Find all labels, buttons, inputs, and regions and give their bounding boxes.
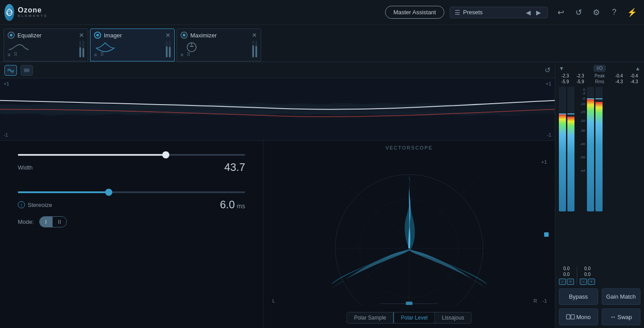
rms-label: Rms bbox=[592, 79, 608, 84]
io-badge: I/O bbox=[594, 65, 606, 72]
module-tab-equalizer[interactable]: Equalizer ✕ ≡ ⠿ bbox=[4, 28, 88, 61]
undo-button[interactable]: ↩ bbox=[553, 5, 568, 20]
right-trim-plus[interactable]: + bbox=[588, 279, 595, 285]
right-trim-col: 0.0 0.0 − + bbox=[580, 266, 595, 285]
svg-rect-15 bbox=[566, 315, 570, 319]
mode-label: Mode: bbox=[18, 219, 34, 225]
stereo-view-btn1[interactable] bbox=[4, 65, 17, 76]
controls-panel: Width 43.7 bbox=[0, 141, 263, 328]
left-meter-2-fill bbox=[567, 117, 574, 211]
maximizer-faders bbox=[252, 40, 257, 57]
top-bar: Ozone ELEMENTS Master Assistant ☰ Preset… bbox=[0, 0, 644, 25]
module-tab-maximizer[interactable]: Maximizer ✕ ≡ ⠿ bbox=[176, 28, 261, 61]
lightning-button[interactable]: ⚡ bbox=[624, 5, 640, 20]
left-meter-pair bbox=[559, 87, 574, 211]
bypass-button[interactable]: Bypass bbox=[559, 288, 598, 305]
imager-faders bbox=[166, 40, 171, 57]
swap-button[interactable]: ↔ Swap bbox=[602, 308, 641, 325]
imager-power-button[interactable] bbox=[94, 32, 101, 39]
right-trim-minus[interactable]: − bbox=[580, 279, 587, 285]
module-header-maximizer: Maximizer ✕ bbox=[180, 32, 257, 39]
meter-arrows-left: ▼ bbox=[559, 65, 564, 72]
app-subtitle: ELEMENTS bbox=[18, 14, 48, 18]
peak-vals-left: -2.3 -2.3 bbox=[559, 73, 592, 78]
meters-top-controls: ▼ I/O ▲ bbox=[559, 65, 640, 72]
eq-faders bbox=[79, 40, 84, 57]
vs-tab-polar-level[interactable]: Polar Level bbox=[393, 312, 435, 324]
stereo-refresh-button[interactable]: ↺ bbox=[545, 66, 550, 74]
module-header-imager: Imager ✕ bbox=[94, 32, 171, 39]
right-meter-1-fill bbox=[587, 99, 594, 211]
waveform-label-bottom-left: -1 bbox=[4, 132, 8, 138]
stereo-waveform: +1 +1 -1 -1 bbox=[0, 78, 555, 141]
width-slider-track[interactable] bbox=[18, 154, 245, 156]
presets-next-button[interactable]: ▶ bbox=[534, 9, 543, 16]
logo-area: Ozone ELEMENTS bbox=[4, 4, 40, 21]
stereoize-value: 6.0 bbox=[220, 198, 235, 211]
eq-close-button[interactable]: ✕ bbox=[79, 32, 84, 39]
gain-match-button[interactable]: Gain Match bbox=[602, 288, 641, 305]
eq-power-button[interactable] bbox=[8, 32, 15, 39]
right-meter-2-notch bbox=[595, 98, 603, 99]
right-peak-1: -0.4 bbox=[613, 73, 625, 78]
left-trim-plus[interactable]: + bbox=[567, 279, 574, 285]
width-label-row: Width 43.7 bbox=[18, 161, 245, 174]
maximizer-power-button[interactable] bbox=[180, 32, 188, 39]
module-tab-imager[interactable]: Imager ✕ ≡ ⠿ bbox=[90, 28, 175, 61]
fader-trim-row: 0.0 0.0 − + 0.0 0.0 − + bbox=[559, 266, 640, 285]
mode-btn-1[interactable]: I bbox=[40, 217, 52, 227]
peak-rms-header: -2.3 -2.3 Peak -0.4 -0.4 bbox=[559, 73, 640, 78]
mono-icon: Mono bbox=[566, 314, 591, 320]
stereoize-slider-track[interactable] bbox=[18, 191, 245, 193]
left-trim-val-2: 0.0 bbox=[563, 272, 570, 277]
mode-btn-2[interactable]: II bbox=[53, 217, 66, 227]
rms-vals-left: -5.9 -5.9 bbox=[559, 79, 592, 84]
meter-up-arrow[interactable]: ▲ bbox=[635, 65, 640, 72]
master-assistant-button[interactable]: Master Assistant bbox=[385, 6, 444, 19]
right-meters-panel: ▼ I/O ▲ -2.3 -2.3 Peak -0.4 -0.4 bbox=[555, 62, 644, 328]
waveform-label-top-left: +1 bbox=[4, 81, 9, 86]
right-meter-1-notch bbox=[587, 98, 594, 99]
maximizer-close-button[interactable]: ✕ bbox=[252, 32, 257, 39]
left-trim-buttons: − + bbox=[559, 279, 574, 285]
bottom-buttons: Bypass Gain Match Mono bbox=[559, 285, 640, 325]
left-meter-2 bbox=[567, 87, 574, 211]
eq-name: Equalizer bbox=[17, 32, 41, 39]
peak-label: Peak bbox=[592, 73, 608, 78]
modules-bar: Equalizer ✕ ≡ ⠿ bbox=[0, 25, 644, 62]
stereoize-info-icon[interactable]: i bbox=[18, 201, 25, 208]
meter-down-arrow[interactable]: ▼ bbox=[559, 65, 564, 72]
stereo-view-btn2[interactable] bbox=[21, 65, 33, 76]
left-meter-1-notch bbox=[559, 113, 566, 114]
imager-name: Imager bbox=[104, 32, 122, 39]
center-panel: ↺ +1 +1 -1 -1 bbox=[0, 62, 555, 328]
left-trim-col: 0.0 0.0 − + bbox=[559, 266, 574, 285]
peak-vals-right: -0.4 -0.4 bbox=[608, 73, 641, 78]
stereo-waveform-svg bbox=[0, 78, 555, 140]
right-meter-2-fill bbox=[595, 102, 603, 211]
imager-close-button[interactable]: ✕ bbox=[165, 32, 171, 39]
eq-power-dot bbox=[10, 34, 12, 36]
presets-prev-button[interactable]: ◀ bbox=[524, 9, 533, 16]
trim-separator bbox=[577, 267, 577, 284]
redo-button[interactable]: ↺ bbox=[571, 5, 586, 20]
eq-list-icon: ≡ bbox=[8, 52, 10, 57]
left-rms-2: -5.9 bbox=[574, 79, 587, 84]
mono-button[interactable]: Mono bbox=[559, 308, 598, 325]
rms-vals-right: -4.3 -4.3 bbox=[608, 79, 641, 84]
help-button[interactable]: ? bbox=[607, 5, 622, 20]
right-peak-2: -0.4 bbox=[628, 73, 640, 78]
settings-button[interactable]: ⚙ bbox=[589, 5, 604, 20]
vs-tab-polar-sample[interactable]: Polar Sample bbox=[347, 312, 394, 323]
left-trim-minus[interactable]: − bbox=[559, 279, 566, 285]
imager-grid-icon: ⠿ bbox=[100, 52, 104, 57]
right-rms-1: -4.3 bbox=[613, 79, 625, 84]
mono-swap-row: Mono ↔ Swap bbox=[559, 308, 640, 325]
maximizer-grid-icon: ⠿ bbox=[187, 52, 190, 57]
presets-nav: ◀ ▶ bbox=[524, 9, 543, 16]
vs-tab-lissajous[interactable]: Lissajous bbox=[435, 312, 472, 323]
vectorscope-canvas bbox=[268, 154, 550, 306]
stereoize-label: i Stereoize bbox=[18, 201, 52, 208]
meter-scale: 0 -3 -6 -10 -15 -20 -30 -40 -50 -inf bbox=[576, 87, 585, 211]
eq-icon bbox=[8, 40, 30, 53]
